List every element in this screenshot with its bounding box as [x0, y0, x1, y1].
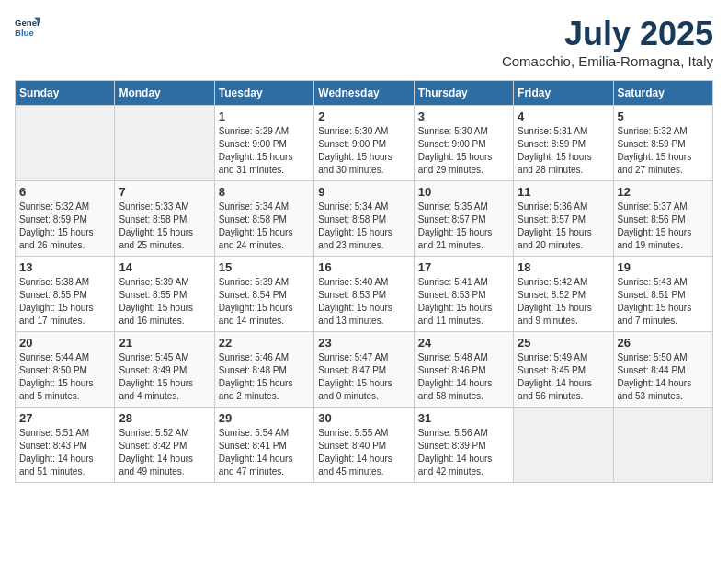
day-info: Sunrise: 5:33 AM Sunset: 8:58 PM Dayligh… [119, 201, 210, 252]
day-info: Sunrise: 5:48 AM Sunset: 8:46 PM Dayligh… [418, 351, 509, 403]
col-header-tuesday: Tuesday [214, 81, 313, 106]
day-info: Sunrise: 5:46 AM Sunset: 8:48 PM Dayligh… [219, 351, 310, 403]
day-cell: 24Sunrise: 5:48 AM Sunset: 8:46 PM Dayli… [414, 332, 513, 408]
day-number: 15 [219, 260, 310, 274]
day-cell: 4Sunrise: 5:31 AM Sunset: 8:59 PM Daylig… [514, 106, 613, 181]
day-info: Sunrise: 5:36 AM Sunset: 8:57 PM Dayligh… [518, 201, 609, 252]
day-cell: 14Sunrise: 5:39 AM Sunset: 8:55 PM Dayli… [115, 257, 214, 332]
day-cell: 17Sunrise: 5:41 AM Sunset: 8:53 PM Dayli… [414, 257, 513, 332]
day-number: 7 [119, 185, 210, 199]
day-info: Sunrise: 5:56 AM Sunset: 8:39 PM Dayligh… [418, 427, 509, 478]
day-cell: 28Sunrise: 5:52 AM Sunset: 8:42 PM Dayli… [115, 408, 214, 483]
day-number: 26 [618, 336, 709, 350]
day-info: Sunrise: 5:32 AM Sunset: 8:59 PM Dayligh… [19, 201, 110, 252]
day-cell: 7Sunrise: 5:33 AM Sunset: 8:58 PM Daylig… [115, 181, 214, 257]
week-row-4: 20Sunrise: 5:44 AM Sunset: 8:50 PM Dayli… [16, 332, 713, 408]
location-title: Comacchio, Emilia-Romagna, Italy [502, 53, 713, 69]
day-cell: 1Sunrise: 5:29 AM Sunset: 9:00 PM Daylig… [214, 106, 313, 181]
day-info: Sunrise: 5:54 AM Sunset: 8:41 PM Dayligh… [219, 427, 310, 478]
day-number: 17 [418, 260, 509, 274]
day-info: Sunrise: 5:31 AM Sunset: 8:59 PM Dayligh… [518, 125, 609, 177]
day-number: 28 [119, 411, 210, 425]
day-number: 19 [618, 260, 709, 274]
day-number: 9 [318, 185, 409, 199]
page-header: General Blue July 2025 Comacchio, Emilia… [15, 15, 713, 69]
day-number: 2 [318, 109, 409, 123]
day-cell: 21Sunrise: 5:45 AM Sunset: 8:49 PM Dayli… [115, 332, 214, 408]
day-number: 11 [518, 185, 609, 199]
day-number: 4 [518, 109, 609, 123]
day-number: 25 [518, 336, 609, 350]
day-cell: 2Sunrise: 5:30 AM Sunset: 9:00 PM Daylig… [314, 106, 414, 181]
day-cell: 10Sunrise: 5:35 AM Sunset: 8:57 PM Dayli… [414, 181, 513, 257]
day-cell [613, 408, 712, 483]
day-cell: 13Sunrise: 5:38 AM Sunset: 8:55 PM Dayli… [16, 257, 115, 332]
day-cell: 29Sunrise: 5:54 AM Sunset: 8:41 PM Dayli… [214, 408, 313, 483]
day-number: 27 [19, 411, 110, 425]
day-number: 8 [219, 185, 310, 199]
day-info: Sunrise: 5:52 AM Sunset: 8:42 PM Dayligh… [119, 427, 210, 478]
day-info: Sunrise: 5:29 AM Sunset: 9:00 PM Dayligh… [219, 125, 310, 177]
calendar-table: SundayMondayTuesdayWednesdayThursdayFrid… [15, 80, 713, 483]
day-cell [16, 106, 115, 181]
day-info: Sunrise: 5:30 AM Sunset: 9:00 PM Dayligh… [318, 125, 409, 177]
col-header-monday: Monday [115, 81, 214, 106]
day-cell: 12Sunrise: 5:37 AM Sunset: 8:56 PM Dayli… [613, 181, 712, 257]
week-row-1: 1Sunrise: 5:29 AM Sunset: 9:00 PM Daylig… [16, 106, 713, 181]
day-number: 12 [618, 185, 709, 199]
day-number: 22 [219, 336, 310, 350]
day-info: Sunrise: 5:50 AM Sunset: 8:44 PM Dayligh… [618, 351, 709, 403]
day-info: Sunrise: 5:49 AM Sunset: 8:45 PM Dayligh… [518, 351, 609, 403]
day-info: Sunrise: 5:45 AM Sunset: 8:49 PM Dayligh… [119, 351, 210, 403]
day-cell [514, 408, 613, 483]
day-number: 6 [19, 185, 110, 199]
day-info: Sunrise: 5:39 AM Sunset: 8:55 PM Dayligh… [119, 276, 210, 327]
day-info: Sunrise: 5:42 AM Sunset: 8:52 PM Dayligh… [518, 276, 609, 327]
day-cell: 20Sunrise: 5:44 AM Sunset: 8:50 PM Dayli… [16, 332, 115, 408]
day-number: 14 [119, 260, 210, 274]
day-number: 5 [618, 109, 709, 123]
day-info: Sunrise: 5:41 AM Sunset: 8:53 PM Dayligh… [418, 276, 509, 327]
day-number: 16 [318, 260, 409, 274]
day-cell: 5Sunrise: 5:32 AM Sunset: 8:59 PM Daylig… [613, 106, 712, 181]
day-info: Sunrise: 5:47 AM Sunset: 8:47 PM Dayligh… [318, 351, 409, 403]
day-cell: 9Sunrise: 5:34 AM Sunset: 8:58 PM Daylig… [314, 181, 414, 257]
col-header-saturday: Saturday [613, 81, 712, 106]
day-number: 24 [418, 336, 509, 350]
day-cell: 25Sunrise: 5:49 AM Sunset: 8:45 PM Dayli… [514, 332, 613, 408]
day-cell [115, 106, 214, 181]
day-number: 20 [19, 336, 110, 350]
day-info: Sunrise: 5:51 AM Sunset: 8:43 PM Dayligh… [19, 427, 110, 478]
day-info: Sunrise: 5:55 AM Sunset: 8:40 PM Dayligh… [318, 427, 409, 478]
day-number: 10 [418, 185, 509, 199]
day-info: Sunrise: 5:43 AM Sunset: 8:51 PM Dayligh… [618, 276, 709, 327]
day-cell: 16Sunrise: 5:40 AM Sunset: 8:53 PM Dayli… [314, 257, 414, 332]
day-cell: 3Sunrise: 5:30 AM Sunset: 9:00 PM Daylig… [414, 106, 513, 181]
day-cell: 15Sunrise: 5:39 AM Sunset: 8:54 PM Dayli… [214, 257, 313, 332]
title-block: July 2025 Comacchio, Emilia-Romagna, Ita… [502, 15, 713, 69]
day-info: Sunrise: 5:37 AM Sunset: 8:56 PM Dayligh… [618, 201, 709, 252]
day-cell: 11Sunrise: 5:36 AM Sunset: 8:57 PM Dayli… [514, 181, 613, 257]
day-number: 1 [219, 109, 310, 123]
day-cell: 22Sunrise: 5:46 AM Sunset: 8:48 PM Dayli… [214, 332, 313, 408]
day-cell: 18Sunrise: 5:42 AM Sunset: 8:52 PM Dayli… [514, 257, 613, 332]
day-number: 23 [318, 336, 409, 350]
day-cell: 6Sunrise: 5:32 AM Sunset: 8:59 PM Daylig… [16, 181, 115, 257]
week-row-3: 13Sunrise: 5:38 AM Sunset: 8:55 PM Dayli… [16, 257, 713, 332]
day-number: 18 [518, 260, 609, 274]
month-title: July 2025 [502, 15, 713, 53]
day-number: 29 [219, 411, 310, 425]
day-cell: 30Sunrise: 5:55 AM Sunset: 8:40 PM Dayli… [314, 408, 414, 483]
day-info: Sunrise: 5:32 AM Sunset: 8:59 PM Dayligh… [618, 125, 709, 177]
col-header-friday: Friday [514, 81, 613, 106]
day-info: Sunrise: 5:34 AM Sunset: 8:58 PM Dayligh… [318, 201, 409, 252]
logo: General Blue [15, 15, 40, 40]
day-info: Sunrise: 5:38 AM Sunset: 8:55 PM Dayligh… [19, 276, 110, 327]
day-cell: 27Sunrise: 5:51 AM Sunset: 8:43 PM Dayli… [16, 408, 115, 483]
day-info: Sunrise: 5:34 AM Sunset: 8:58 PM Dayligh… [219, 201, 310, 252]
day-info: Sunrise: 5:39 AM Sunset: 8:54 PM Dayligh… [219, 276, 310, 327]
day-info: Sunrise: 5:35 AM Sunset: 8:57 PM Dayligh… [418, 201, 509, 252]
day-cell: 19Sunrise: 5:43 AM Sunset: 8:51 PM Dayli… [613, 257, 712, 332]
day-info: Sunrise: 5:30 AM Sunset: 9:00 PM Dayligh… [418, 125, 509, 177]
day-number: 3 [418, 109, 509, 123]
